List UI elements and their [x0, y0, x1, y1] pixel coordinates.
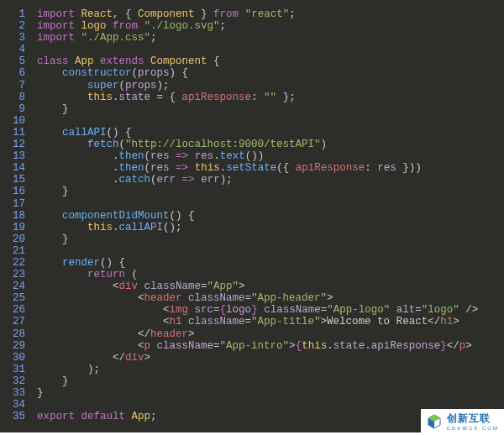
code-line: 32 }	[0, 375, 504, 387]
code-line: 9 }	[0, 103, 504, 115]
code-content: </div>	[37, 352, 494, 364]
code-line: 4	[0, 44, 504, 55]
code-content: }	[37, 186, 494, 197]
line-number: 2	[7, 20, 25, 32]
code-content: );	[37, 364, 494, 375]
line-number: 26	[7, 304, 25, 316]
line-number: 7	[7, 80, 25, 92]
code-line: 1import React, { Component } from "react…	[0, 8, 504, 20]
code-line: 33}	[0, 387, 504, 399]
code-line: 3import "./App.css";	[0, 32, 504, 44]
code-line: 24 <div className="App">	[0, 280, 504, 292]
code-line: 30 </div>	[0, 352, 504, 364]
line-number: 10	[7, 115, 25, 127]
line-number: 12	[7, 139, 25, 150]
code-content: class App extends Component {	[37, 55, 494, 67]
code-content: import logo from "./logo.svg";	[37, 20, 494, 32]
code-editor: 1import React, { Component } from "react…	[0, 0, 504, 432]
code-content: import React, { Component } from "react"…	[37, 8, 494, 20]
line-number: 4	[7, 44, 25, 55]
watermark-logo-icon	[426, 413, 443, 430]
code-line: 2import logo from "./logo.svg";	[0, 20, 504, 32]
line-number: 30	[7, 352, 25, 364]
line-number: 14	[7, 162, 25, 174]
line-number: 33	[7, 387, 25, 399]
line-number: 11	[7, 127, 25, 139]
code-line: 21	[0, 245, 504, 257]
code-line: 10	[0, 115, 504, 127]
code-line: 18 componentDidMount() {	[0, 210, 504, 222]
code-content: render() {	[37, 257, 494, 269]
line-number: 28	[7, 328, 25, 340]
line-number: 15	[7, 174, 25, 186]
line-number: 13	[7, 150, 25, 162]
line-number: 20	[7, 233, 25, 245]
code-content: <img src={logo} className="App-logo" alt…	[37, 304, 494, 316]
code-line: 13 .then(res => res.text())	[0, 150, 504, 162]
line-number: 18	[7, 210, 25, 222]
code-content: }	[37, 375, 494, 387]
code-line: 28 </header>	[0, 328, 504, 340]
line-number: 31	[7, 364, 25, 375]
line-number: 32	[7, 375, 25, 387]
code-line: 26 <img src={logo} className="App-logo" …	[0, 304, 504, 316]
code-content: return (	[37, 269, 494, 280]
code-line: 7 super(props);	[0, 80, 504, 92]
line-number: 27	[7, 316, 25, 328]
line-number: 3	[7, 32, 25, 44]
code-line: 5class App extends Component {	[0, 55, 504, 67]
line-number: 22	[7, 257, 25, 269]
code-content: callAPI() {	[37, 127, 494, 139]
code-line: 29 <p className="App-intro">{this.state.…	[0, 340, 504, 352]
code-content: .then(res => res.text())	[37, 150, 494, 162]
code-line: 20 }	[0, 233, 504, 245]
code-line: 12 fetch("http://localhost:9000/testAPI"…	[0, 139, 504, 150]
code-content: }	[37, 103, 494, 115]
line-number: 21	[7, 245, 25, 257]
code-line: 22 render() {	[0, 257, 504, 269]
watermark-text: 创新互联	[447, 412, 491, 424]
code-content: import "./App.css";	[37, 32, 494, 44]
line-number: 35	[7, 411, 25, 422]
code-content: <h1 className="App-title">Welcome to Rea…	[37, 316, 494, 328]
code-content: super(props);	[37, 80, 494, 92]
code-line: 23 return (	[0, 269, 504, 280]
line-number: 19	[7, 222, 25, 233]
code-line: 25 <header className="App-header">	[0, 292, 504, 304]
code-line: 11 callAPI() {	[0, 127, 504, 139]
code-content: }	[37, 387, 494, 399]
code-content: this.state = { apiResponse: "" };	[37, 92, 494, 103]
line-number: 5	[7, 55, 25, 67]
code-line: 15 .catch(err => err);	[0, 174, 504, 186]
line-number: 1	[7, 8, 25, 20]
watermark-subtext: CDXWCX.COM	[447, 426, 499, 431]
code-line: 27 <h1 className="App-title">Welcome to …	[0, 316, 504, 328]
code-content: <header className="App-header">	[37, 292, 494, 304]
watermark: 创新互联CDXWCX.COM	[421, 409, 504, 432]
code-content: .then(res => this.setState({ apiResponse…	[37, 162, 494, 174]
code-content: }	[37, 233, 494, 245]
code-line: 16 }	[0, 186, 504, 197]
code-content: .catch(err => err);	[37, 174, 494, 186]
code-content: fetch("http://localhost:9000/testAPI")	[37, 139, 494, 150]
code-content: </header>	[37, 328, 494, 340]
line-number: 25	[7, 292, 25, 304]
line-number: 17	[7, 198, 25, 210]
line-number: 23	[7, 269, 25, 280]
code-content: <div className="App">	[37, 280, 494, 292]
line-number: 34	[7, 399, 25, 411]
code-line: 17	[0, 198, 504, 210]
line-number: 6	[7, 67, 25, 79]
code-line: 8 this.state = { apiResponse: "" };	[0, 92, 504, 103]
line-number: 8	[7, 92, 25, 103]
code-line: 6 constructor(props) {	[0, 67, 504, 79]
code-line: 14 .then(res => this.setState({ apiRespo…	[0, 162, 504, 174]
line-number: 9	[7, 103, 25, 115]
line-number: 24	[7, 280, 25, 292]
code-content: componentDidMount() {	[37, 210, 494, 222]
code-line: 19 this.callAPI();	[0, 222, 504, 233]
code-content: this.callAPI();	[37, 222, 494, 233]
code-content: constructor(props) {	[37, 67, 494, 79]
line-number: 16	[7, 186, 25, 197]
code-content: <p className="App-intro">{this.state.api…	[37, 340, 494, 352]
